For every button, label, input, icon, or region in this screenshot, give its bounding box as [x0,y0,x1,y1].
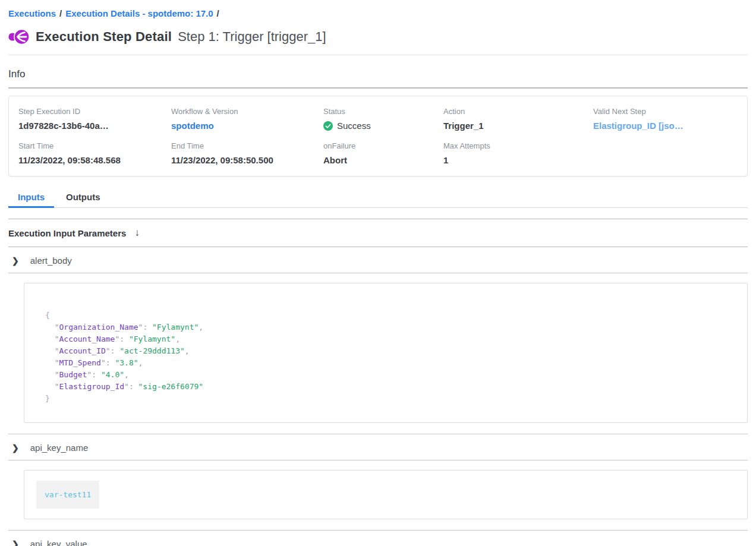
field-label: onFailure [323,141,443,150]
field-label: End Time [171,141,323,150]
info-section-heading: Info [8,68,748,80]
field-label: Max Attempts [443,141,593,150]
field-value: Abort [323,155,443,165]
field-start-time: Start Time 11/23/2022, 09:58:48.568 [18,141,171,165]
field-label: Status [323,107,443,116]
param-name: api_key_value [30,539,87,546]
field-onfailure: onFailure Abort [323,141,443,165]
field-value: 1d97828c-13b6-40a… [18,121,171,131]
breadcrumb-link-executions[interactable]: Executions [8,8,56,18]
execution-step-detail-page: Executions/Execution Details - spotdemo:… [0,0,756,546]
params-title: Execution Input Parameters [8,228,126,238]
param-row-api-key-value[interactable]: ❯ api_key_value [8,531,748,546]
chevron-right-icon: ❯ [12,443,19,453]
field-end-time: End Time 11/23/2022, 09:58:50.500 [171,141,323,165]
field-value: 11/23/2022, 09:58:48.568 [18,155,171,165]
status-badge: Success [323,121,443,131]
field-status: Status Success [323,107,443,131]
valid-next-step-link[interactable]: Elastigroup_ID [jso… [593,121,738,131]
param-name: alert_body [30,255,72,266]
workflow-link[interactable]: spotdemo [171,121,323,131]
page-header: Execution Step Detail Step 1: Trigger [t… [8,28,748,46]
breadcrumb-separator: / [56,8,65,18]
info-card: Step Execution ID 1d97828c-13b6-40a… Wor… [8,96,748,176]
field-label: Valid Next Step [593,107,738,116]
breadcrumb-link-execution-details[interactable]: Execution Details - spotdemo: 17.0 [65,8,213,18]
breadcrumb-separator: / [213,8,223,18]
param-row-alert-body[interactable]: ❯ alert_body [8,247,748,273]
fylamynt-logo-icon [8,28,30,46]
api-key-name-value-box: var-test11 [24,470,748,519]
tab-outputs[interactable]: Outputs [56,188,110,207]
divider [8,273,748,273]
field-max-attempts: Max Attempts 1 [443,141,593,165]
field-value: Trigger_1 [443,121,593,131]
field-label: Workflow & Version [171,107,323,116]
execution-input-parameters-header[interactable]: Execution Input Parameters ↓ [8,219,748,247]
page-title: Execution Step Detail [36,29,172,45]
chevron-right-icon: ❯ [12,256,19,266]
breadcrumb: Executions/Execution Details - spotdemo:… [8,8,748,18]
status-text: Success [337,121,371,131]
chevron-right-icon: ❯ [12,539,19,546]
field-value: 11/23/2022, 09:58:50.500 [171,155,323,165]
arrow-down-icon: ↓ [134,227,140,239]
field-label: Step Execution ID [18,107,171,116]
json-code: { "Organization_Name": "Fylamynt", "Acco… [45,310,735,405]
field-workflow-version: Workflow & Version spotdemo [171,107,323,131]
divider [8,87,748,89]
tab-inputs[interactable]: Inputs [8,188,54,207]
field-value: 1 [443,155,593,165]
field-label: Start Time [18,141,171,150]
api-key-name-value: var-test11 [36,481,99,509]
field-valid-next-step: Valid Next Step Elastigroup_ID [jso… [593,107,738,131]
divider [8,55,748,55]
param-name: api_key_name [30,443,89,453]
divider [8,460,748,460]
param-row-api-key-name[interactable]: ❯ api_key_name [8,434,748,460]
field-action: Action Trigger_1 [443,107,593,131]
inputs-outputs-tabs: Inputs Outputs [8,188,748,208]
success-check-icon [323,121,333,131]
field-label: Action [443,107,593,116]
page-subtitle: Step 1: Trigger [trigger_1] [178,29,326,45]
alert-body-json-box: { "Organization_Name": "Fylamynt", "Acco… [24,283,748,423]
field-step-execution-id: Step Execution ID 1d97828c-13b6-40a… [18,107,171,131]
